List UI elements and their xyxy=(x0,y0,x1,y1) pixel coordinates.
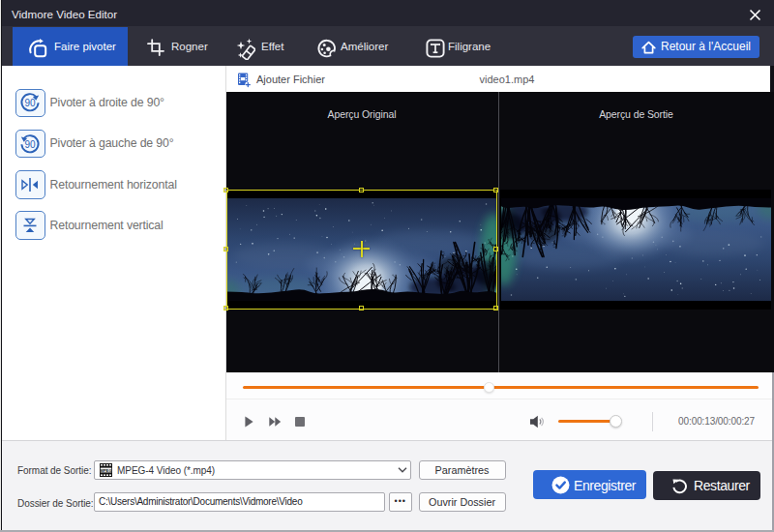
svg-text:90: 90 xyxy=(24,98,36,108)
svg-text:90: 90 xyxy=(24,138,36,149)
svg-text:MPEG: MPEG xyxy=(100,467,111,472)
